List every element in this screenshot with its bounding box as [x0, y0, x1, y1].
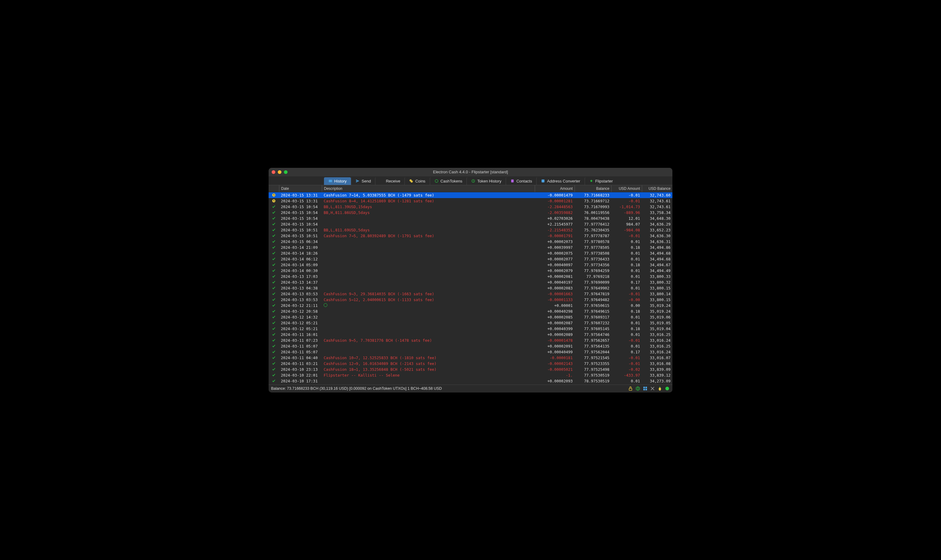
tx-usd-balance: 34,648.30	[642, 216, 673, 221]
transaction-row[interactable]: 2024-03-15 13:31CashFusion 8→4, 14.41251…	[268, 198, 673, 204]
tx-amount: -0.00001478	[535, 338, 574, 343]
tx-usd-amount: 0.01	[611, 315, 642, 319]
transaction-row[interactable]: 2024-03-15 10:54BB,L,811.39USD,15days-2.…	[268, 204, 673, 210]
transaction-row[interactable]: 2024-03-15 10:54+0.0270302678.0047943812…	[268, 215, 673, 221]
tx-usd-amount: -0.01	[611, 199, 642, 203]
transaction-row[interactable]: 2024-03-14 05:09+0.0004009777.977343560.…	[268, 262, 673, 268]
tx-balance: 77.97564746	[574, 332, 611, 337]
svg-rect-15	[645, 389, 647, 390]
token-history-icon	[471, 179, 475, 183]
header-status[interactable]	[268, 185, 279, 192]
transaction-row[interactable]: 2024-03-11 05:07+0.0000209177.975641350.…	[268, 343, 673, 349]
transaction-row[interactable]: 2024-03-11 03:21CashFusion 12→9, 16.0163…	[268, 361, 673, 366]
transaction-row[interactable]: 2024-03-11 07:23CashFusion 9→5, 7.703817…	[268, 337, 673, 343]
cashfusion-icon[interactable]	[635, 386, 640, 391]
transaction-row[interactable]: 2024-03-15 06:34+0.0000207377.977805780.…	[268, 239, 673, 245]
tx-description: CashFusion 18→1, 13.35256848 BCH (-5021 …	[322, 367, 535, 372]
transaction-row[interactable]: 2024-03-13 04:38+0.0000208377.976499020.…	[268, 285, 673, 291]
tx-usd-amount: 0.01	[611, 344, 642, 348]
tx-balance: 77.97776412	[574, 222, 611, 226]
titlebar: Electron Cash 4.4.0 - Flipstarter [stand…	[268, 168, 673, 176]
check-icon	[268, 373, 279, 377]
header-usd-balance[interactable]: USD Balance	[642, 185, 673, 192]
transaction-list[interactable]: 2024-03-15 13:31CashFusion 7→14, 5.03387…	[268, 192, 673, 385]
tx-balance: 77.97694259	[574, 268, 611, 273]
network-icon[interactable]	[642, 386, 648, 391]
tab-history[interactable]: History	[324, 177, 351, 185]
tx-amount: +0.00002085	[535, 315, 574, 319]
tx-usd-amount: -0.00	[611, 297, 642, 302]
transaction-row[interactable]: 2024-03-10 23:13CashFusion 18→1, 13.3525…	[268, 366, 673, 372]
preferences-icon[interactable]	[650, 386, 655, 391]
minimize-button[interactable]	[278, 170, 281, 174]
transaction-row[interactable]: 2024-03-12 05:21+0.0000208777.976072320.…	[268, 320, 673, 326]
tx-usd-amount: 0.01	[611, 268, 642, 273]
tab-label: Coins	[415, 179, 425, 183]
tx-usd-amount: 0.01	[611, 274, 642, 279]
tx-balance: 78.97530519	[574, 379, 611, 383]
transaction-row[interactable]: 2024-03-14 06:12+0.0000207777.977364330.…	[268, 256, 673, 262]
tab-coins[interactable]: Coins	[404, 177, 429, 185]
tx-usd-balance: 34,494.86	[642, 245, 673, 250]
tx-balance: 77.9769218	[574, 274, 611, 279]
transaction-row[interactable]: 2024-03-15 10:51BB,L,811.69USD,5days-2.2…	[268, 227, 673, 233]
transaction-row[interactable]: 2024-03-10 22:01Flipstarter -- Kallisti …	[268, 372, 673, 378]
transaction-row[interactable]: 2024-03-12 05:21+0.0004039977.976051450.…	[268, 326, 673, 332]
transaction-row[interactable]: 2024-03-14 00:30+0.0000207977.976942590.…	[268, 268, 673, 274]
transaction-row[interactable]: 2024-03-15 10:51CashFusion 7→5, 28.80392…	[268, 233, 673, 239]
header-balance[interactable]: Balance	[574, 185, 611, 192]
connection-status-icon[interactable]	[665, 386, 670, 391]
svg-point-16	[659, 387, 661, 391]
transaction-row[interactable]: 2024-03-15 10:54+2.2154597777.9777641298…	[268, 221, 673, 227]
tab-receive[interactable]: Receive	[375, 177, 404, 185]
tx-usd-amount: 12.01	[611, 216, 642, 221]
tab-label: Token History	[477, 179, 501, 183]
maximize-button[interactable]	[284, 170, 288, 174]
header-amount[interactable]: Amount	[535, 185, 574, 192]
lock-icon[interactable]	[628, 386, 633, 391]
flipstarter-icon	[589, 179, 594, 183]
transaction-row[interactable]: 2024-03-13 14:37+0.0004019777.976900990.…	[268, 279, 673, 285]
close-button[interactable]	[272, 170, 275, 174]
transaction-row[interactable]: 2024-03-14 18:26+0.0000207577.977385080.…	[268, 250, 673, 256]
tab-cashtokens[interactable]: CashTokens	[430, 177, 467, 185]
tx-balance: 77.97780578	[574, 239, 611, 244]
header-usd-amount[interactable]: USD Amount	[611, 185, 642, 192]
transaction-row[interactable]: 2024-03-14 21:09+0.0003999777.977785050.…	[268, 245, 673, 250]
seed-icon[interactable]	[657, 386, 663, 391]
transaction-row[interactable]: 2024-03-13 17:03+0.0000208177.97692180.0…	[268, 274, 673, 279]
transaction-row[interactable]: 2024-03-10 17:31+0.0000209378.975305190.…	[268, 378, 673, 384]
tab-token-history[interactable]: Token History	[466, 177, 506, 185]
header-description[interactable]: Description	[322, 185, 535, 192]
transaction-row[interactable]: 2024-03-11 05:07+0.0004049977.975620440.…	[268, 349, 673, 355]
transaction-row[interactable]: 2024-03-15 10:54BB,H,811.86USD,5days-2.0…	[268, 210, 673, 215]
transaction-row[interactable]: 2024-03-12 21:11+0.0000177.976506150.003…	[268, 303, 673, 308]
tx-usd-amount: -0.01	[611, 193, 642, 197]
tx-date: 2024-03-10 23:13	[279, 367, 322, 372]
header-date[interactable]: Date	[279, 185, 322, 192]
transaction-row[interactable]: 2024-03-15 13:31CashFusion 7→14, 5.03387…	[268, 192, 673, 198]
check-icon	[268, 228, 279, 232]
tx-amount: +0.00002089	[535, 332, 574, 337]
check-icon	[268, 222, 279, 226]
tx-amount: +0.00040399	[535, 326, 574, 331]
transaction-row[interactable]: 2024-03-13 03:53CashFusion 5→12, 2.04000…	[268, 297, 673, 303]
tab-address-converter[interactable]: Address Converter	[536, 177, 584, 185]
tx-amount: +0.00002075	[535, 251, 574, 255]
tab-contacts[interactable]: Contacts	[506, 177, 536, 185]
tab-send[interactable]: Send	[351, 177, 375, 185]
tab-flipstarter[interactable]: Flipstarter	[585, 177, 617, 185]
transaction-row[interactable]: 2024-03-12 20:58+0.0004029877.976496150.…	[268, 308, 673, 314]
transaction-row[interactable]: 2024-03-12 14:32+0.0000208577.976093170.…	[268, 314, 673, 320]
tx-usd-balance: 33,016.24	[642, 350, 673, 354]
clock-icon	[268, 193, 279, 197]
tx-usd-amount: 0.01	[611, 286, 642, 291]
tx-description: CashFusion 12→9, 16.01634089 BCH (-2143 …	[322, 361, 535, 366]
transaction-row[interactable]: 2024-03-13 03:53CashFusion 9→3, 29.36814…	[268, 291, 673, 297]
transaction-row[interactable]: 2024-03-11 16:01+0.0000208977.975647460.…	[268, 332, 673, 337]
tx-date: 2024-03-13 17:03	[279, 274, 322, 279]
transaction-row[interactable]: 2024-03-11 04:40CashFusion 10→7, 12.5252…	[268, 355, 673, 361]
tx-date: 2024-03-11 03:21	[279, 361, 322, 366]
tx-usd-amount: 0.18	[611, 245, 642, 250]
tx-date: 2024-03-13 14:37	[279, 280, 322, 285]
